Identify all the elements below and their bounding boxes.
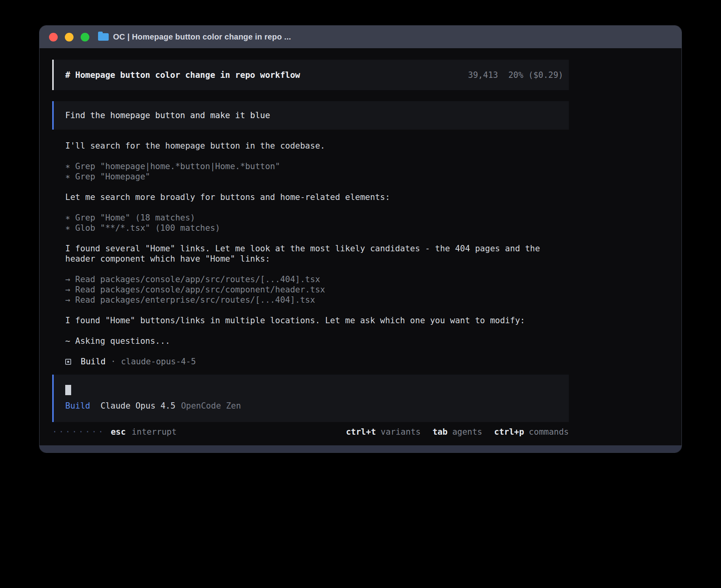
agent-model: claude-opus-4-5 xyxy=(121,357,196,366)
esc-key-hint: esc xyxy=(111,427,126,437)
assistant-status-line: ~ Asking questions... xyxy=(65,336,570,346)
tool-call-line: → Read packages/console/app/src/componen… xyxy=(65,285,570,295)
model-label: Claude Opus 4.5 xyxy=(100,401,176,411)
agent-separator: · xyxy=(111,357,116,366)
shortcut-agents: tab agents xyxy=(432,427,482,437)
session-header: # Homepage button color change in repo w… xyxy=(52,60,569,90)
tool-call-line: → Read packages/enterprise/src/routes/[.… xyxy=(65,295,570,305)
tool-call-line: ∗ Grep "homepage|home.*button|Home.*butt… xyxy=(65,161,570,172)
traffic-lights xyxy=(49,33,89,41)
tool-call-line: ∗ Glob "**/*.tsx" (100 matches) xyxy=(65,223,570,233)
provider-label: OpenCode Zen xyxy=(181,401,241,411)
assistant-text-line: I found several "Home" links. Let me loo… xyxy=(65,243,570,264)
folder-icon xyxy=(98,33,109,41)
agent-name: Build xyxy=(81,357,106,366)
composer-meta: Build Claude Opus 4.5 OpenCode Zen xyxy=(65,401,557,411)
session-stats: 39,413 20% ($0.29) xyxy=(468,70,563,80)
spinner-dots: ········ xyxy=(52,427,105,437)
variants-label: variants xyxy=(381,427,421,437)
assistant-transcript: I'll search for the homepage button in t… xyxy=(52,141,569,367)
status-bar-left: ········ esc interrupt xyxy=(52,427,177,437)
close-button[interactable] xyxy=(49,33,58,41)
assistant-text-line: I'll search for the homepage button in t… xyxy=(65,141,570,151)
ctrl-p-key-hint: ctrl+p xyxy=(494,427,524,437)
user-message: Find the homepage button and make it blu… xyxy=(52,101,569,130)
tab-key-hint: tab xyxy=(432,427,447,437)
status-bar-right: ctrl+t variants tab agents ctrl+p comman… xyxy=(346,427,569,437)
esc-key-label: interrupt xyxy=(132,427,177,437)
commands-label: commands xyxy=(529,427,569,437)
terminal-window: OC | Homepage button color change in rep… xyxy=(39,25,682,453)
tool-call-line: ∗ Grep "Home" (18 matches) xyxy=(65,213,570,223)
shortcut-variants: ctrl+t variants xyxy=(346,427,421,437)
status-bar: ········ esc interrupt ctrl+t variants t… xyxy=(52,427,569,437)
agent-build-icon-dot xyxy=(67,361,69,363)
tool-call-line: ∗ Grep "Homepage" xyxy=(65,172,570,182)
window-title: OC | Homepage button color change in rep… xyxy=(113,32,291,41)
text-cursor xyxy=(65,385,71,395)
agent-mode-label[interactable]: Build xyxy=(65,401,90,411)
tool-call-line: → Read packages/console/app/src/routes/[… xyxy=(65,274,570,285)
zoom-button[interactable] xyxy=(81,33,89,41)
token-count: 39,413 xyxy=(468,70,498,80)
prompt-input[interactable]: Build Claude Opus 4.5 OpenCode Zen xyxy=(52,375,569,422)
terminal-content: # Homepage button color change in repo w… xyxy=(40,48,569,437)
assistant-text-line: I found "Home" buttons/links in multiple… xyxy=(65,315,570,326)
session-title: # Homepage button color change in repo w… xyxy=(65,70,300,80)
minimize-button[interactable] xyxy=(65,33,74,41)
agent-build-icon xyxy=(65,359,71,365)
agent-status-line: Build · claude-opus-4-5 xyxy=(65,356,569,367)
titlebar[interactable]: OC | Homepage button color change in rep… xyxy=(40,26,681,48)
agents-label: agents xyxy=(452,427,482,437)
user-message-text: Find the homepage button and make it blu… xyxy=(65,111,270,120)
context-usage: 20% ($0.29) xyxy=(508,70,563,80)
window-footer xyxy=(40,445,681,452)
ctrl-t-key-hint: ctrl+t xyxy=(346,427,376,437)
assistant-text-line: Let me search more broadly for buttons a… xyxy=(65,192,570,202)
shortcut-commands: ctrl+p commands xyxy=(494,427,569,437)
